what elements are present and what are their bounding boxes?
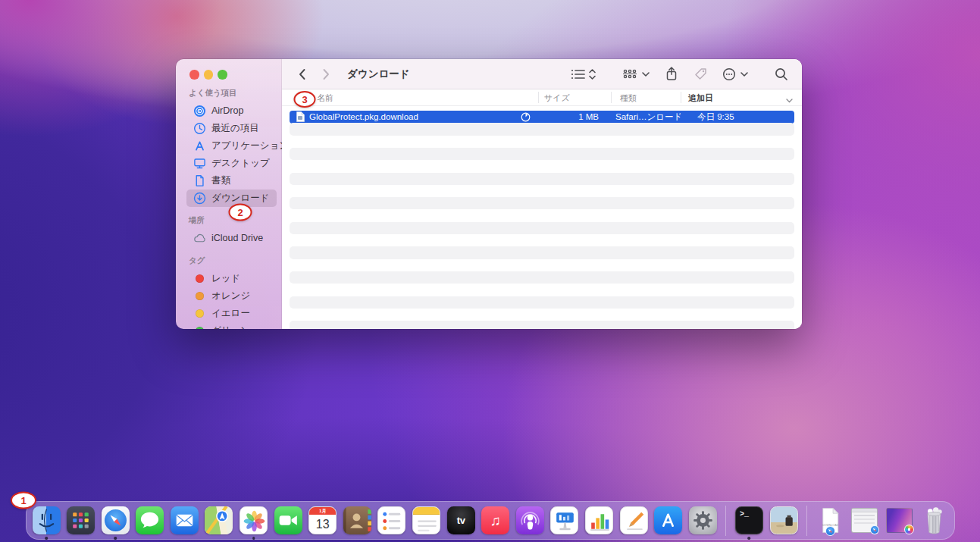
dock-icon-facetime[interactable]	[274, 506, 302, 534]
dock-icon-systemprefs[interactable]	[689, 506, 717, 534]
dock-icon-appstore[interactable]	[654, 506, 682, 534]
file-row-globalprotect[interactable]: GlobalProtect.pkg.download 1 MB Safari…ン…	[290, 111, 794, 124]
dock-icon-terminal[interactable]: >_	[735, 506, 763, 534]
file-list-empty-row	[290, 271, 794, 284]
dock-icon-notes[interactable]	[412, 506, 440, 534]
more-actions-button[interactable]	[722, 64, 750, 84]
dock-icon-safari[interactable]	[102, 506, 130, 534]
sidebar-item-label: iCloud Drive	[211, 233, 263, 243]
dock-icon-calendar[interactable]: 1月13	[308, 506, 337, 534]
close-button[interactable]	[189, 70, 199, 80]
calendar-month-label: 1月	[309, 507, 336, 515]
sidebar-section-title: よく使う項目	[176, 86, 281, 99]
back-button[interactable]	[293, 64, 311, 84]
document-icon	[193, 174, 206, 187]
sidebar-item-documents[interactable]: 書類	[186, 172, 277, 190]
tag-button[interactable]	[691, 64, 709, 84]
terminal-prompt-glyph: >_	[740, 510, 749, 519]
sidebar-item-label: レッド	[211, 272, 240, 285]
airdrop-icon	[193, 105, 206, 117]
group-button[interactable]	[622, 64, 652, 84]
desktop: よく使う項目AirDrop最近の項目アプリケーションデスクトップ書類ダウンロード…	[0, 0, 980, 542]
dock-icon-launchpad[interactable]	[67, 506, 95, 534]
dock-icon-reminders[interactable]	[377, 506, 405, 534]
tag-dot-icon	[193, 324, 206, 330]
sidebar-item-downloads[interactable]: ダウンロード	[186, 190, 277, 207]
dock-separator	[725, 506, 726, 536]
running-indicator-dot	[748, 537, 751, 540]
dock-icon-photos[interactable]	[240, 506, 268, 534]
dock-icon-finder[interactable]	[32, 506, 60, 534]
dock-icon-contacts[interactable]	[343, 506, 371, 534]
zoom-button[interactable]	[218, 70, 227, 80]
sidebar-item-recents[interactable]: 最近の項目	[186, 120, 277, 137]
dock-icon-minwin-safari[interactable]	[850, 506, 878, 534]
sidebar-item-label: イエロー	[211, 307, 250, 320]
sidebar-item-label: オレンジ	[211, 290, 250, 302]
running-indicator-dot	[45, 537, 48, 540]
tag-icon	[694, 67, 707, 80]
dock-separator	[806, 506, 807, 536]
dock-icon-maps[interactable]	[205, 506, 233, 534]
group-icon	[622, 68, 651, 80]
column-header-name[interactable]: 名前	[317, 92, 333, 104]
forward-button[interactable]	[317, 64, 335, 84]
sidebar-item-tag-green[interactable]: グリーン	[186, 322, 277, 330]
file-date-added: 今日 9:35	[681, 111, 794, 123]
sort-chevron-icon[interactable]	[786, 96, 793, 105]
file-list-empty-row	[290, 173, 794, 185]
finder-content: ダウンロード	[282, 59, 802, 329]
dock-icon-podcasts[interactable]	[516, 506, 544, 534]
app-a-icon	[193, 139, 206, 152]
dock-icon-minwin-photos[interactable]	[885, 506, 913, 534]
column-header-size[interactable]: サイズ	[544, 92, 570, 104]
calendar-day-label: 13	[309, 515, 336, 534]
column-divider	[538, 92, 539, 103]
dock-icon-pages[interactable]	[620, 506, 648, 534]
file-list-empty-row	[290, 321, 794, 329]
dock-icon-tv[interactable]: tv	[447, 506, 475, 534]
column-header-kind[interactable]: 種類	[620, 92, 637, 104]
sidebar-item-applications[interactable]: アプリケーション	[186, 137, 277, 155]
dock-icon-keynote[interactable]	[550, 506, 578, 534]
file-kind: Safari…ンロード	[611, 111, 681, 123]
dock-icon-numbers[interactable]	[585, 506, 613, 534]
column-header-row: 名前 サイズ 種類 追加日	[282, 89, 802, 106]
sidebar-item-tag-red[interactable]: レッド	[186, 270, 277, 287]
running-indicator-dot	[114, 537, 117, 540]
column-divider	[681, 92, 681, 103]
minimize-button[interactable]	[204, 70, 214, 80]
column-header-date-added[interactable]: 追加日	[688, 92, 713, 104]
dock: 1月13 tv♫ >_ DOWNLOAD	[25, 501, 954, 540]
dock-icon-customapp[interactable]	[770, 506, 798, 534]
tag-dot-icon	[193, 272, 206, 285]
dock-icon-downloadstack[interactable]: DOWNLOAD	[816, 506, 844, 534]
window-controls	[176, 59, 281, 80]
dock-icon-music[interactable]: ♫	[481, 506, 509, 534]
file-list: GlobalProtect.pkg.download 1 MB Safari…ン…	[282, 106, 802, 329]
tag-dot-icon	[193, 290, 206, 302]
column-divider	[611, 92, 612, 103]
safari-badge-icon	[870, 525, 879, 534]
share-button[interactable]	[662, 64, 681, 84]
sidebar-item-icloud-drive[interactable]: iCloud Drive	[186, 230, 277, 247]
file-list-empty-row	[290, 222, 794, 234]
share-icon	[665, 67, 678, 81]
sidebar-item-label: アプリケーション	[211, 139, 289, 152]
file-name: GlobalProtect.pkg.download	[309, 112, 418, 121]
sidebar-item-label: デスクトップ	[211, 157, 270, 170]
search-button[interactable]	[772, 64, 791, 84]
dock-icon-messages[interactable]	[136, 506, 164, 534]
annotation-step-3: 3	[294, 91, 316, 108]
dock-icon-trash[interactable]	[920, 506, 948, 534]
sidebar-item-tag-yellow[interactable]: イエロー	[186, 305, 277, 322]
view-mode-button[interactable]	[570, 64, 599, 84]
sidebar-item-label: 書類	[211, 174, 230, 187]
file-list-empty-row	[290, 148, 794, 160]
sidebar-item-desktop[interactable]: デスクトップ	[186, 155, 277, 172]
dock-icon-mail[interactable]	[171, 506, 199, 534]
sidebar-item-tag-orange[interactable]: オレンジ	[186, 287, 277, 305]
sidebar-item-airdrop[interactable]: AirDrop	[186, 102, 277, 120]
sidebar-item-label: 最近の項目	[211, 122, 259, 135]
sidebar-item-label: ダウンロード	[211, 192, 269, 205]
